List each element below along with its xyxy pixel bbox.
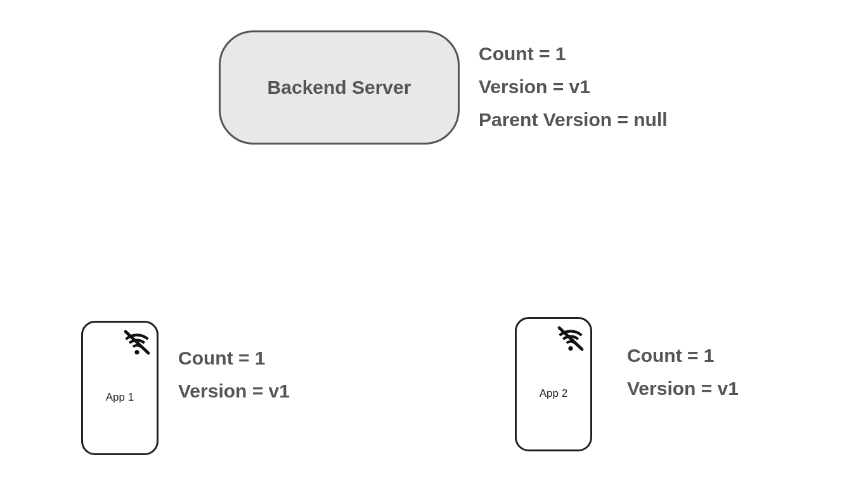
client-app-2: App 2: [515, 317, 592, 451]
client-1-count-prop: Count = 1: [178, 347, 290, 369]
backend-server-node: Backend Server: [219, 30, 460, 145]
server-parent-version-prop: Parent Version = null: [479, 109, 668, 131]
wifi-off-icon: [119, 326, 155, 357]
wifi-off-icon: [552, 323, 589, 353]
client-2-count-prop: Count = 1: [627, 345, 739, 366]
backend-server-props: Count = 1 Version = v1 Parent Version = …: [479, 43, 668, 131]
client-1-version-prop: Version = v1: [178, 380, 290, 402]
client-2-version-prop: Version = v1: [627, 378, 739, 399]
client-1-props: Count = 1 Version = v1: [178, 347, 290, 402]
client-app-1: App 1: [81, 321, 159, 455]
app-2-label: App 2: [517, 387, 590, 400]
server-count-prop: Count = 1: [479, 43, 668, 65]
backend-server-label: Backend Server: [268, 77, 411, 98]
app-1-label: App 1: [83, 391, 157, 404]
client-2-props: Count = 1 Version = v1: [627, 345, 739, 399]
server-version-prop: Version = v1: [479, 76, 668, 98]
